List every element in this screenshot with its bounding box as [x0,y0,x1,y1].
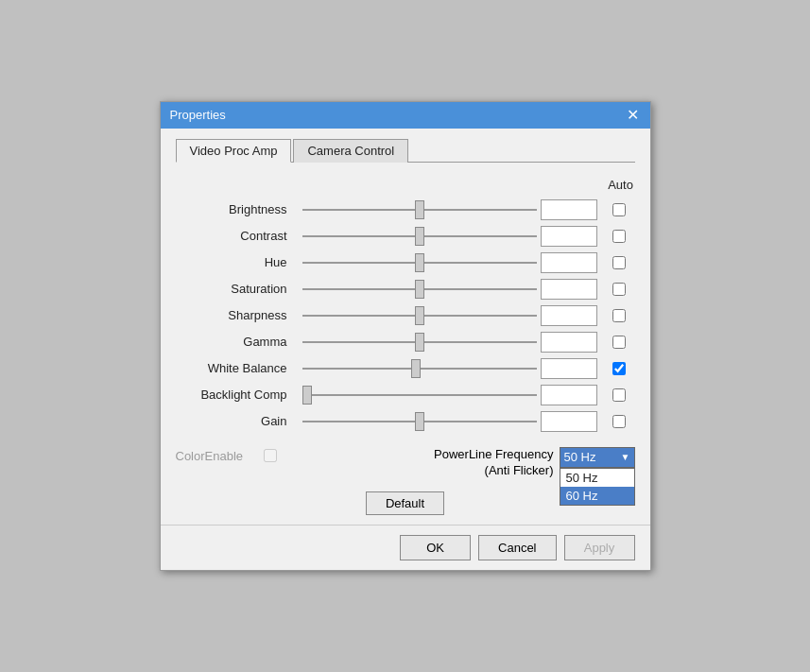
gamma-auto-checkbox[interactable] [612,336,626,349]
gain-slider[interactable] [302,413,537,430]
saturation-slider[interactable] [302,281,537,298]
gamma-slider-container [299,334,541,351]
backlight-comp-slider[interactable] [302,387,537,404]
close-button[interactable]: ✕ [625,108,641,123]
color-enable-group: ColorEnable [176,447,289,463]
bottom-row: ColorEnable PowerLine Frequency (Anti Fl… [176,447,635,479]
sharpness-slider[interactable] [302,307,537,324]
contrast-value[interactable]: 50 [541,226,597,247]
dropdown-arrow-icon: ▼ [621,452,630,462]
contrast-label: Contrast [176,229,299,243]
gain-auto-checkbox[interactable] [612,415,626,428]
backlight-comp-slider-container [299,387,541,404]
backlight-comp-value[interactable]: 0 [541,385,597,405]
ok-button[interactable]: OK [400,535,471,560]
brightness-auto-checkbox[interactable] [612,203,626,216]
backlight-comp-auto-checkbox[interactable] [612,388,626,402]
hue-slider[interactable] [302,254,537,271]
powerline-select-display[interactable]: 50 Hz ▼ [560,447,635,468]
gamma-value[interactable]: 300 [541,332,597,353]
color-enable-label: ColorEnable [176,449,255,463]
sharpness-auto-checkbox[interactable] [612,309,626,322]
powerline-label: PowerLine Frequency (Anti Flicker) [293,447,554,479]
color-enable-checkbox[interactable] [264,449,277,462]
white-balance-slider[interactable] [302,360,537,377]
white-balance-label: White Balance [176,361,299,375]
apply-button[interactable]: Apply [564,535,635,560]
saturation-auto-checkbox[interactable] [612,283,626,296]
saturation-slider-container [299,281,541,298]
dialog-footer: OK Cancel Apply [161,525,650,570]
brightness-slider[interactable] [302,201,537,218]
white-balance-value[interactable]: 4600 [541,358,597,379]
title-bar: Properties ✕ [161,102,650,129]
brightness-label: Brightness [176,202,299,216]
hue-slider-container [299,254,541,271]
powerline-option-60hz[interactable]: 60 Hz [560,487,634,505]
powerline-dropdown-container: 50 Hz ▼ 50 Hz 60 Hz [560,447,635,468]
tab-video-proc-amp[interactable]: Video Proc Amp [176,139,292,163]
gamma-label: Gamma [176,335,299,349]
powerline-selected-value: 50 Hz [564,450,596,464]
dialog-title: Properties [170,108,226,122]
contrast-slider[interactable] [302,228,537,245]
sharpness-value[interactable]: 50 [541,305,597,326]
powerline-group: PowerLine Frequency (Anti Flicker) 50 Hz… [293,447,635,479]
powerline-dropdown-menu: 50 Hz 60 Hz [560,468,635,506]
gamma-slider[interactable] [302,334,537,351]
properties-dialog: Properties ✕ Video Proc Amp Camera Contr… [160,101,651,572]
contrast-slider-container [299,228,541,245]
hue-value[interactable]: 0 [541,252,597,273]
cancel-button[interactable]: Cancel [478,535,556,560]
tab-camera-control[interactable]: Camera Control [293,139,408,163]
hue-label: Hue [176,255,299,269]
gain-label: Gain [176,414,299,428]
gain-slider-container [299,413,541,430]
saturation-label: Saturation [176,282,299,296]
white-balance-auto-checkbox[interactable] [612,362,626,375]
saturation-value[interactable]: 64 [541,279,597,300]
contrast-auto-checkbox[interactable] [612,230,626,243]
sharpness-label: Sharpness [176,308,299,322]
gain-value[interactable]: 64 [541,411,597,432]
auto-header: Auto [607,178,635,194]
default-button[interactable]: Default [366,491,444,515]
dialog-content: Video Proc Amp Camera Control Auto Brigh… [161,129,650,526]
backlight-comp-label: Backlight Comp [176,388,299,402]
brightness-slider-container [299,201,541,218]
tab-bar: Video Proc Amp Camera Control [176,138,635,163]
white-balance-slider-container [299,360,541,377]
hue-auto-checkbox[interactable] [612,256,626,269]
powerline-option-50hz[interactable]: 50 Hz [560,469,634,487]
brightness-value[interactable]: 0 [541,199,597,220]
sharpness-slider-container [299,307,541,324]
properties-grid: Auto Brightness 0 Contrast 50 Hue 0 [176,174,635,436]
